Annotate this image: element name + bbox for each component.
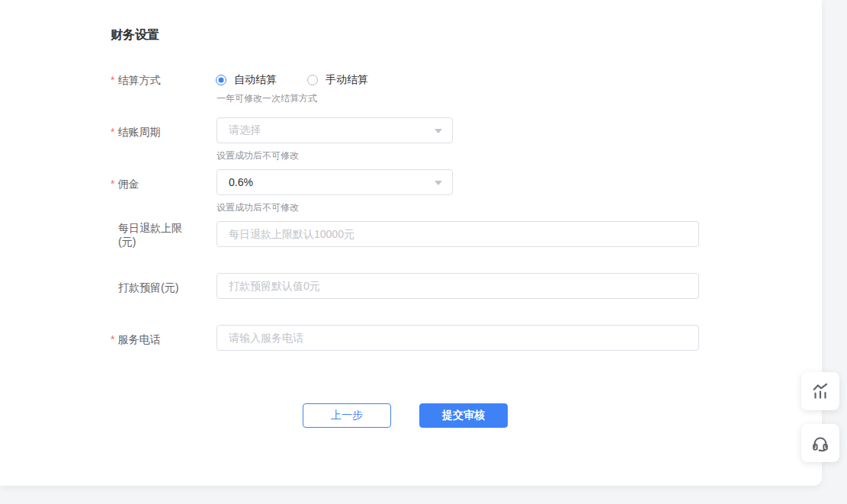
commission-label: *佣金 [111,177,139,191]
required-asterisk: * [111,126,114,138]
daily-refund-limit-label: 每日退款上限(元) [118,221,188,249]
chevron-down-icon [435,129,442,133]
billing-cycle-select[interactable]: 请选择 [217,117,453,143]
required-asterisk: * [111,333,114,345]
settlement-method-label: *结算方式 [111,73,160,87]
select-value: 0.6% [229,176,253,188]
statistics-float-button[interactable] [801,372,839,410]
settlement-method-helper: 一年可修改一次结算方式 [217,93,317,104]
service-phone-label: *服务电话 [111,332,160,346]
headset-icon [810,433,830,453]
radio-option-auto-settlement[interactable]: 自动结算 [216,73,277,87]
trend-chart-icon [810,381,830,401]
submit-review-button[interactable]: 提交审核 [419,403,508,428]
radio-label[interactable]: 手动结算 [326,73,368,87]
select-placeholder: 请选择 [229,124,261,137]
payment-reserve-input[interactable] [217,273,699,299]
customer-support-float-button[interactable] [801,424,839,462]
commission-helper: 设置成功后不可修改 [217,202,299,213]
previous-step-button[interactable]: 上一步 [303,403,391,428]
financial-settings-card: 财务设置 *结算方式 自动结算 手动结算 一年可修改一次结算方式 *结账周期 请… [0,0,822,486]
commission-select[interactable]: 0.6% [217,169,453,195]
daily-refund-limit-input[interactable] [217,221,699,247]
required-asterisk: * [111,74,114,86]
radio-unchecked-icon[interactable] [307,75,318,85]
billing-cycle-helper: 设置成功后不可修改 [217,150,299,161]
radio-checked-icon[interactable] [216,75,226,85]
service-phone-input[interactable] [217,325,699,351]
page-title: 财务设置 [111,27,159,43]
radio-option-manual-settlement[interactable]: 手动结算 [307,73,368,87]
billing-cycle-label: *结账周期 [111,125,160,139]
settlement-method-radio-group: 自动结算 手动结算 [216,73,399,87]
radio-label[interactable]: 自动结算 [234,73,277,87]
required-asterisk: * [111,178,114,190]
chevron-down-icon [435,181,442,185]
payment-reserve-label: 打款预留(元) [118,281,178,294]
